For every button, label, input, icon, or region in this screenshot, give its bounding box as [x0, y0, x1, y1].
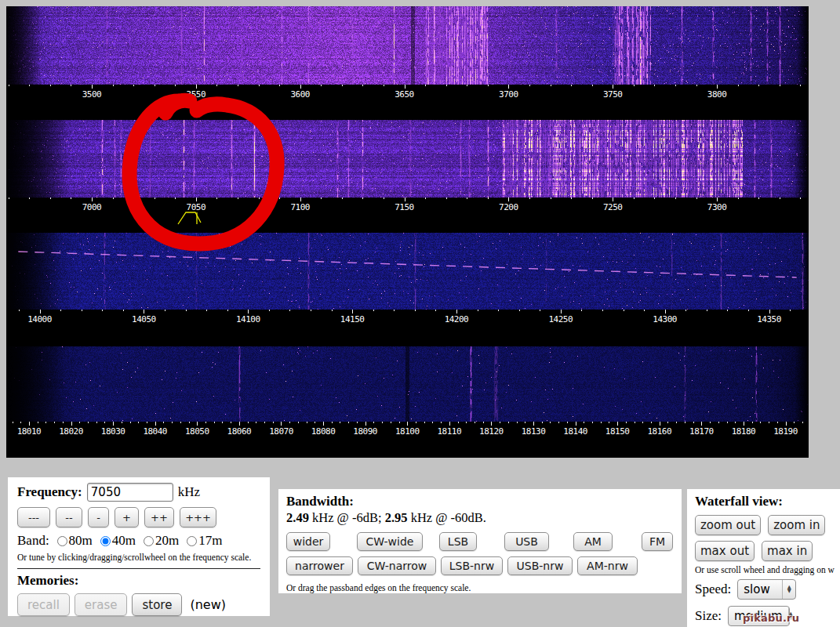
- scale-tick: [491, 422, 492, 426]
- speed-select[interactable]: slow ▲▼: [737, 579, 796, 600]
- scale-label-14100: 14100: [236, 314, 260, 324]
- waterfall-band-80m[interactable]: [6, 6, 809, 85]
- frequency-scale-20m[interactable]: 1400014050141001415014200142501430014350: [6, 310, 809, 323]
- scale-tick: [701, 422, 702, 426]
- band-radio-20m[interactable]: [144, 536, 154, 546]
- tune-down-large-button[interactable]: ---: [17, 507, 50, 527]
- scale-tick: [727, 422, 728, 423]
- max-out-button[interactable]: max out: [695, 541, 755, 561]
- am-nrw-button[interactable]: AM-nrw: [577, 556, 638, 575]
- scale-tick: [155, 198, 155, 199]
- scale-tick: [71, 422, 72, 426]
- lsb-button[interactable]: LSB: [439, 532, 477, 551]
- band-option-20m[interactable]: 20m: [144, 533, 179, 549]
- zoom-out-button[interactable]: zoom out: [695, 515, 761, 535]
- band-option-17m[interactable]: 17m: [187, 533, 222, 549]
- scale-label-18100: 18100: [395, 426, 420, 437]
- scale-tick: [300, 198, 301, 201]
- size-label: Size:: [695, 608, 722, 624]
- scale-tick: [525, 422, 525, 423]
- frequency-scale-17m[interactable]: 1801018020180301804018050180601807018080…: [6, 422, 809, 435]
- tune-down-small-button[interactable]: -: [88, 507, 109, 527]
- scale-tick: [786, 422, 787, 426]
- scale-tick: [777, 422, 778, 423]
- tune-up-large-button[interactable]: +++: [180, 507, 216, 527]
- lsb-nrw-button[interactable]: LSB-nrw: [441, 556, 503, 575]
- scale-tick: [321, 198, 322, 199]
- bandwidth-panel: Bandwidth: 2.49 kHz @ -6dB; 2.95 kHz @ -…: [278, 489, 682, 593]
- waterfall-hint: Or use scroll wheel and dragging on w: [695, 565, 836, 574]
- scale-tick: [175, 85, 176, 86]
- usb-nrw-button[interactable]: USB-nrw: [507, 556, 573, 575]
- scale-tick: [432, 422, 433, 423]
- frequency-scale-80m[interactable]: 3500355036003650370037503800: [6, 85, 809, 98]
- narrower-button[interactable]: narrower: [286, 556, 353, 575]
- scale-tick: [104, 422, 105, 423]
- scale-tick: [133, 85, 134, 86]
- band-radio-40m[interactable]: [100, 536, 111, 546]
- scale-tick: [626, 422, 627, 423]
- tune-up-small-button[interactable]: +: [115, 507, 139, 527]
- websdr-page: 3500355036003650370037503800700070507100…: [0, 0, 840, 627]
- waterfall-band-40m[interactable]: [6, 120, 809, 198]
- scale-tick: [613, 198, 613, 201]
- band-radio-17m[interactable]: [187, 536, 197, 546]
- waterfall-band-20m[interactable]: [6, 233, 809, 310]
- scale-label-18110: 18110: [438, 426, 462, 437]
- scale-tick: [609, 422, 609, 423]
- scale-tick: [707, 310, 707, 311]
- scale-tick: [123, 310, 124, 311]
- cw-narrow-button[interactable]: CW-narrow: [358, 556, 436, 575]
- memory-erase-button[interactable]: erase: [75, 593, 128, 616]
- band-radio-80m[interactable]: [57, 536, 67, 546]
- scale-tick: [602, 310, 603, 311]
- waterfall-container[interactable]: 3500355036003650370037503800700070507100…: [6, 6, 809, 458]
- usb-button[interactable]: USB: [504, 532, 549, 551]
- frequency-scale-40m[interactable]: 7000705071007150720072507300: [6, 198, 809, 211]
- scale-tick: [601, 422, 602, 423]
- scale-label-7100: 7100: [290, 202, 310, 212]
- scale-label-18150: 18150: [605, 426, 630, 437]
- frequency-input[interactable]: [87, 483, 173, 502]
- waterfall-view-label: Waterfall view:: [695, 494, 836, 509]
- scale-tick: [342, 85, 343, 86]
- tune-up-medium-button[interactable]: ++: [144, 507, 174, 527]
- band-option-80m[interactable]: 80m: [57, 533, 93, 549]
- scale-label-7300: 7300: [707, 202, 727, 212]
- fm-button[interactable]: FM: [642, 532, 673, 551]
- scale-tick: [405, 198, 405, 201]
- tune-step-row: --- -- - + ++ +++: [17, 507, 260, 527]
- memory-store-button[interactable]: store: [132, 593, 182, 616]
- scale-label-18130: 18130: [522, 426, 546, 437]
- cw-wide-button[interactable]: CW-wide: [357, 532, 423, 551]
- scale-tick: [391, 422, 391, 423]
- scale-label-18160: 18160: [647, 426, 671, 437]
- scale-label-18040: 18040: [143, 426, 167, 437]
- waterfall-band-17m[interactable]: [6, 346, 809, 422]
- memory-recall-button[interactable]: recall: [17, 593, 70, 616]
- tune-down-medium-button[interactable]: --: [56, 507, 82, 527]
- scale-label-7250: 7250: [603, 202, 623, 212]
- wider-button[interactable]: wider: [286, 532, 330, 551]
- scale-tick: [289, 422, 290, 423]
- scale-tick: [113, 422, 114, 426]
- scale-label-18190: 18190: [773, 426, 798, 437]
- passband-marker[interactable]: [178, 212, 201, 224]
- waterfall-view-panel: Waterfall view: zoom out zoom in max out…: [687, 489, 840, 627]
- scale-tick: [466, 422, 467, 423]
- scale-tick: [19, 310, 20, 311]
- am-button[interactable]: AM: [573, 532, 613, 551]
- scale-tick: [315, 422, 315, 423]
- zoom-in-button[interactable]: zoom in: [768, 515, 825, 535]
- scale-label-3650: 3650: [395, 89, 414, 100]
- scale-tick: [696, 85, 697, 86]
- max-in-button[interactable]: max in: [762, 541, 813, 561]
- scale-label-18060: 18060: [227, 426, 252, 437]
- scale-tick: [802, 422, 803, 423]
- scale-tick: [79, 422, 80, 423]
- scale-tick: [29, 85, 30, 86]
- scale-tick: [373, 422, 374, 423]
- scale-label-14050: 14050: [132, 314, 156, 324]
- scale-tick: [20, 422, 21, 423]
- band-option-40m[interactable]: 40m: [100, 533, 136, 549]
